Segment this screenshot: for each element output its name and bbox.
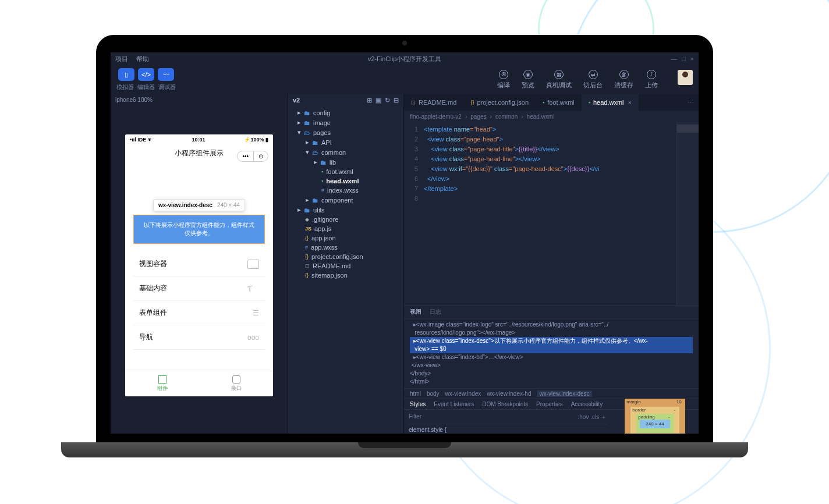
tab-head-wxml[interactable]: ▪head.wxml× [582,94,639,111]
tree-item-head-wxml[interactable]: ▪ head.wxml [292,176,400,186]
text-icon: Ƭ [247,284,259,293]
editor-tabs: ⊡README.md {}project.config.json ▪foot.w… [404,94,699,111]
minimap[interactable] [676,122,699,306]
tree-item--gitignore[interactable]: ◆ .gitignore [292,215,400,224]
window-min[interactable]: — [671,55,677,62]
phone-preview: •ııl IDE ᯤ 10:01 ⚡100% ▮ 小程序组件展示 ••• ⊙ [125,134,273,396]
tree-item-component[interactable]: ▸ 🖿 component [292,195,400,205]
grid-icon [158,375,166,384]
api-icon [232,375,240,384]
toolbar: ▯ </> 〰 模拟器 编辑器 调试器 ⦿编译 ◉预览 ▦真机调试 ⇄切后台 [111,65,699,94]
tabs-overflow[interactable]: ⋯ [683,99,699,107]
capsule-close-icon[interactable]: ⊙ [253,151,268,161]
trash-icon: 🗑 [619,70,629,79]
status-battery: ⚡100% ▮ [244,137,268,143]
dom-breadcrumb[interactable]: htmlbodywx-view.indexwx-view.index-hdwx-… [404,388,699,399]
tree-item-project-config-json[interactable]: {} project.config.json [292,252,400,261]
menubar: 项目 帮助 v2-FinClip小程序开发工具 — □ × [111,52,699,65]
toolbar-simulator[interactable]: ▯ [118,68,134,81]
device-icon: ▦ [554,70,564,79]
devtools: 视图 日志 ▸<wx-image class="index-logo" src=… [404,306,699,434]
status-time: 10:01 [192,137,206,143]
tab-readme[interactable]: ⊡README.md [404,94,463,111]
dots-icon: ooo [247,333,259,342]
tree-item-foot-wxml[interactable]: ▪ foot.wxml [292,167,400,176]
inspected-element[interactable]: 以下将展示小程序官方组件能力，组件样式仅供参考。 [133,215,265,244]
window-max[interactable]: □ [682,55,686,62]
code-editor[interactable]: 12345678 <template name="head"> <view cl… [404,122,699,306]
tab-foot-wxml[interactable]: ▪foot.wxml [536,94,582,111]
devtools-tab-view[interactable]: 视图 [410,308,421,316]
tabbar-components[interactable]: 组件 [125,371,199,396]
tree-item-lib[interactable]: ▸ 🖿 lib [292,157,400,167]
tree-item-common[interactable]: ▾ 🗁 common [292,147,400,157]
compile-icon: ⦿ [499,70,508,79]
toolbar-preview[interactable]: ◉预览 [522,70,534,90]
tree-item-image[interactable]: ▸ 🖿 image [292,118,400,127]
devtools-tab-log[interactable]: 日志 [430,308,441,316]
toolbar-debugger[interactable]: 〰 [158,68,174,81]
simulator-pane: iphone6 100% •ııl IDE ᯤ 10:01 ⚡100% ▮ 小程… [111,94,288,434]
explorer-root: v2 [293,97,300,104]
new-folder-icon[interactable]: ▣ [375,97,381,104]
new-file-icon[interactable]: ⊞ [367,97,372,104]
menu-row[interactable]: 导航ooo [133,325,265,350]
toolbar-left-label-1: 编辑器 [137,83,155,91]
toolbar-device-debug[interactable]: ▦真机调试 [546,70,572,90]
status-signal: •ııl IDE ᯤ [130,137,153,143]
simulator-device-label: iphone6 100% [111,94,288,105]
menu-help[interactable]: 帮助 [136,55,149,63]
box-model: margin10 border- padding- 240 × 44 [611,410,699,434]
breadcrumb: fino-applet-demo-v2›pages›common›head.wx… [404,111,699,122]
close-icon[interactable]: × [628,99,632,106]
tree-item-sitemap-json[interactable]: {} sitemap.json [292,271,400,280]
styles-panel[interactable]: Filter:hov .cls ＋ element.style {} .inde… [404,410,611,434]
line-gutter: 12345678 [404,122,421,306]
dom-tree[interactable]: ▸<wx-image class="index-logo" src="../re… [404,318,699,388]
list-icon: ☰ [253,309,259,317]
capsule-more-icon[interactable]: ••• [238,151,253,161]
menu-row[interactable]: 基础内容Ƭ [133,276,265,301]
styles-hov-cls[interactable]: :hov .cls ＋ [578,413,607,421]
toolbar-left-label-0: 模拟器 [116,83,134,91]
tree-item-app-wxss[interactable]: # app.wxss [292,243,400,252]
container-icon [247,260,259,269]
tree-item-app-json[interactable]: {} app.json [292,233,400,243]
tree-item-API[interactable]: ▸ 🖿 API [292,137,400,147]
toolbar-editor[interactable]: </> [138,68,154,81]
panel-listeners[interactable]: Event Listeners [434,401,474,407]
menu-row[interactable]: 表单组件☰ [133,301,265,325]
tree-item-index-wxss[interactable]: # index.wxss [292,186,400,195]
avatar[interactable] [678,70,693,85]
toolbar-upload[interactable]: ⤴上传 [645,70,658,90]
tree-item-config[interactable]: ▸ 🖿 config [292,108,400,118]
styles-filter[interactable]: Filter [409,413,421,421]
tabbar-api[interactable]: 接口 [199,371,273,396]
tree-item-README-md[interactable]: ⊡ README.md [292,261,400,271]
menu-project[interactable]: 项目 [115,55,128,63]
panel-accessibility[interactable]: Accessibility [571,401,603,407]
toolbar-clear-cache[interactable]: 🗑清缓存 [614,70,633,90]
window-title: v2-FinClip小程序开发工具 [368,55,442,63]
toolbar-left-label-2: 调试器 [158,83,176,91]
upload-icon: ⤴ [647,70,656,79]
menu-row[interactable]: 视图容器 [133,252,265,276]
tree-item-app-js[interactable]: JS app.js [292,224,400,233]
capsule-button[interactable]: ••• ⊙ [237,151,268,162]
preview-icon: ◉ [523,70,533,79]
window-close[interactable]: × [690,55,694,62]
tree-item-pages[interactable]: ▾ 🗁 pages [292,127,400,137]
toolbar-background[interactable]: ⇄切后台 [583,70,603,90]
collapse-icon[interactable]: ⊟ [394,97,399,104]
toolbar-compile[interactable]: ⦿编译 [497,70,510,90]
inspect-tooltip: wx-view.index-desc 240 × 44 [153,199,245,211]
laptop-frame: 项目 帮助 v2-FinClip小程序开发工具 — □ × ▯ </> 〰 [96,35,713,457]
tree-item-utils[interactable]: ▸ 🖿 utils [292,205,400,215]
tab-project-config[interactable]: {}project.config.json [463,94,536,111]
ide-window: 项目 帮助 v2-FinClip小程序开发工具 — □ × ▯ </> 〰 [111,52,699,434]
refresh-icon[interactable]: ↻ [385,97,390,104]
panel-styles[interactable]: Styles [410,401,426,407]
file-explorer: v2 ⊞ ▣ ↻ ⊟ ▸ 🖿 config▸ 🖿 image▾ 🗁 pages▸… [288,94,404,434]
panel-dom-bp[interactable]: DOM Breakpoints [482,401,528,407]
panel-properties[interactable]: Properties [536,401,563,407]
